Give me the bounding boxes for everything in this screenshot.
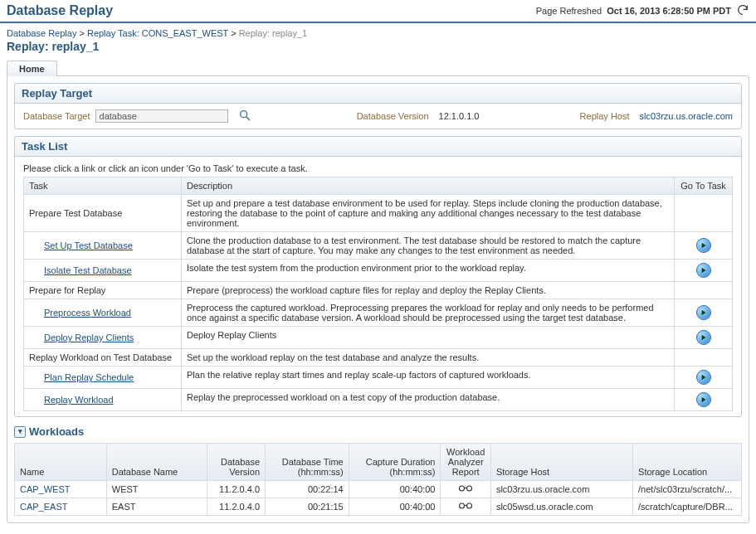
task-link[interactable]: Isolate Test Database — [44, 265, 132, 275]
task-list-panel: Task List Please click a link or click a… — [14, 136, 742, 417]
db-target-input[interactable] — [95, 109, 228, 123]
refresh-icon[interactable] — [736, 3, 749, 18]
go-to-task-icon[interactable] — [696, 392, 711, 407]
task-desc: Isolate the test system from the product… — [182, 260, 675, 282]
wl-col-capdur[interactable]: Capture Duration (hh:mm:ss) — [349, 444, 441, 481]
task-group-goto — [675, 349, 733, 367]
db-target-label: Database Target — [23, 111, 90, 121]
workload-row[interactable]: CAP_EASTEAST11.2.0.4.000:21:1500:40:00sl… — [15, 498, 742, 516]
replay-host-link[interactable]: slc03rzu.us.oracle.com — [635, 111, 734, 121]
task-desc: Plan the relative replay start times and… — [182, 367, 675, 389]
task-link[interactable]: Preprocess Workload — [44, 308, 131, 318]
task-group-name: Replay Workload on Test Database — [24, 349, 182, 367]
wl-col-dbname[interactable]: Database Name — [106, 444, 207, 481]
workload-host: slc03rzu.us.oracle.com — [490, 481, 632, 498]
breadcrumb-item-1[interactable]: Replay Task: CONS_EAST_WEST — [87, 28, 228, 38]
svg-marker-6 — [701, 375, 705, 380]
search-icon[interactable] — [233, 109, 256, 124]
breadcrumb-item-2: Replay: replay_1 — [239, 28, 308, 38]
refresh-label: Page Refreshed — [536, 6, 602, 16]
task-list-header: Task List — [15, 137, 741, 157]
task-link[interactable]: Set Up Test Database — [44, 240, 133, 250]
task-desc: Deploy Replay Clients — [182, 327, 675, 349]
workload-dbtime: 00:22:14 — [266, 481, 349, 498]
svg-marker-5 — [701, 335, 705, 340]
svg-marker-4 — [701, 310, 705, 315]
go-to-task-icon[interactable] — [696, 330, 711, 345]
db-version-value: 12.1.0.1.0 — [434, 111, 480, 121]
svg-point-10 — [460, 503, 465, 508]
task-link[interactable]: Replay Workload — [44, 395, 114, 405]
task-link[interactable]: Plan Replay Schedule — [44, 372, 134, 382]
task-group-goto — [675, 195, 733, 232]
svg-point-9 — [467, 486, 472, 491]
task-link[interactable]: Deploy Replay Clients — [44, 333, 134, 342]
breadcrumb: Database Replay > Replay Task: CONS_EAST… — [0, 23, 756, 40]
workload-loc: /net/slc03rzu/scratch/... — [633, 481, 742, 498]
workload-host: slc05wsd.us.oracle.com — [490, 498, 632, 516]
workload-loc: /scratch/capture/DBR... — [633, 498, 742, 516]
tab-bar: Home — [0, 60, 756, 75]
task-table: Task Description Go To Task Prepare Test… — [23, 177, 733, 411]
tab-home[interactable]: Home — [7, 61, 57, 76]
db-version-label: Database Version — [357, 111, 429, 121]
wl-col-host[interactable]: Storage Host — [490, 444, 632, 481]
svg-point-8 — [460, 486, 465, 491]
go-to-task-icon[interactable] — [696, 263, 711, 278]
go-to-task-icon[interactable] — [696, 370, 711, 385]
main-panel: Replay Target Database Target Database V… — [7, 75, 749, 523]
workloads-title: Workloads — [29, 425, 84, 438]
workload-dbver: 11.2.0.4.0 — [207, 481, 265, 498]
workloads-section: ▾ Workloads Name Database Name Database … — [14, 424, 742, 516]
breadcrumb-sep: > — [79, 28, 86, 38]
workload-dbname: WEST — [106, 481, 207, 498]
replay-subtitle: Replay: replay_1 — [0, 40, 756, 56]
svg-marker-7 — [701, 397, 705, 402]
task-group-goto — [675, 282, 733, 299]
task-group-name: Prepare Test Database — [24, 195, 182, 232]
chevron-down-icon: ▾ — [14, 426, 26, 438]
glasses-icon[interactable] — [458, 484, 473, 494]
wl-col-loc[interactable]: Storage Location — [633, 444, 742, 481]
svg-point-11 — [467, 503, 472, 508]
workload-dbtime: 00:21:15 — [266, 498, 349, 516]
workload-name-link[interactable]: CAP_WEST — [20, 484, 71, 494]
refresh-time: Oct 16, 2013 6:28:50 PM PDT — [607, 6, 731, 16]
workload-row[interactable]: CAP_WESTWEST11.2.0.4.000:22:1400:40:00sl… — [15, 481, 742, 498]
glasses-icon[interactable] — [458, 502, 473, 512]
wl-col-analyzer[interactable]: Workload Analyzer Report — [441, 444, 490, 481]
workloads-table: Name Database Name Database Version Data… — [14, 443, 742, 516]
col-task: Task — [24, 177, 182, 195]
workload-name-link[interactable]: CAP_EAST — [20, 502, 67, 512]
svg-point-0 — [240, 111, 246, 118]
go-to-task-icon[interactable] — [696, 238, 711, 253]
wl-col-dbver[interactable]: Database Version — [207, 444, 265, 481]
wl-col-name[interactable]: Name — [15, 444, 107, 481]
task-desc: Clone the production database to a test … — [182, 232, 675, 260]
svg-marker-3 — [701, 268, 705, 273]
workload-capdur: 00:40:00 — [349, 481, 441, 498]
page-header: Database Replay Page Refreshed Oct 16, 2… — [0, 0, 756, 23]
replay-target-row: Database Target Database Version 12.1.0.… — [23, 109, 733, 124]
task-list-hint: Please click a link or click an icon und… — [23, 162, 733, 177]
task-group-desc: Set up the workload replay on the test d… — [182, 349, 675, 367]
breadcrumb-item-0[interactable]: Database Replay — [7, 28, 76, 38]
col-goto: Go To Task — [675, 177, 733, 195]
col-desc: Description — [182, 177, 675, 195]
replay-target-header: Replay Target — [15, 84, 741, 104]
task-group-desc: Set up and prepare a test database envir… — [182, 195, 675, 232]
go-to-task-icon[interactable] — [696, 305, 711, 320]
workload-dbver: 11.2.0.4.0 — [207, 498, 265, 516]
task-desc: Replay the preprocessed workload on a te… — [182, 389, 675, 411]
workload-dbname: EAST — [106, 498, 207, 516]
refresh-block: Page Refreshed Oct 16, 2013 6:28:50 PM P… — [536, 3, 749, 18]
workload-capdur: 00:40:00 — [349, 498, 441, 516]
task-group-name: Prepare for Replay — [24, 282, 182, 299]
svg-marker-2 — [701, 243, 705, 248]
replay-host-label: Replay Host — [580, 111, 630, 121]
replay-target-panel: Replay Target Database Target Database V… — [14, 83, 742, 129]
wl-col-dbtime[interactable]: Database Time (hh:mm:ss) — [266, 444, 349, 481]
workloads-toggle[interactable]: ▾ Workloads — [14, 424, 742, 443]
task-group-desc: Prepare (preprocess) the workload captur… — [182, 282, 675, 299]
svg-line-1 — [246, 117, 250, 120]
